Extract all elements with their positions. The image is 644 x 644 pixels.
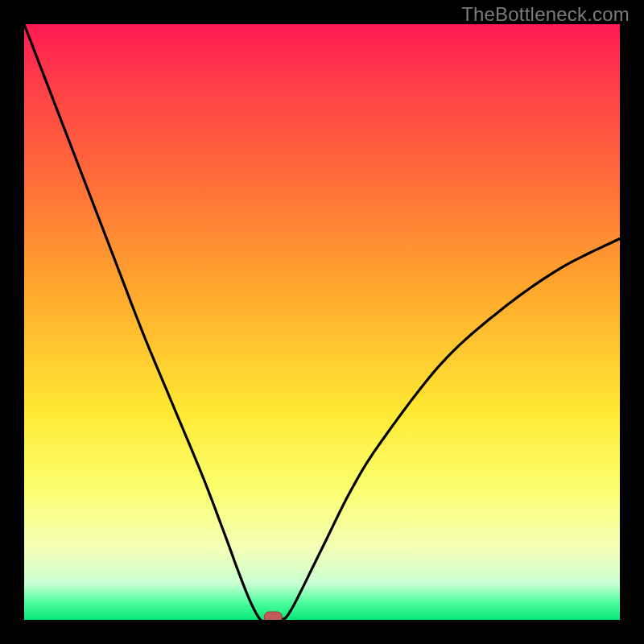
gradient-plot-area bbox=[24, 24, 620, 620]
chart-frame: TheBottleneck.com bbox=[0, 0, 644, 644]
watermark-text: TheBottleneck.com bbox=[461, 3, 630, 26]
